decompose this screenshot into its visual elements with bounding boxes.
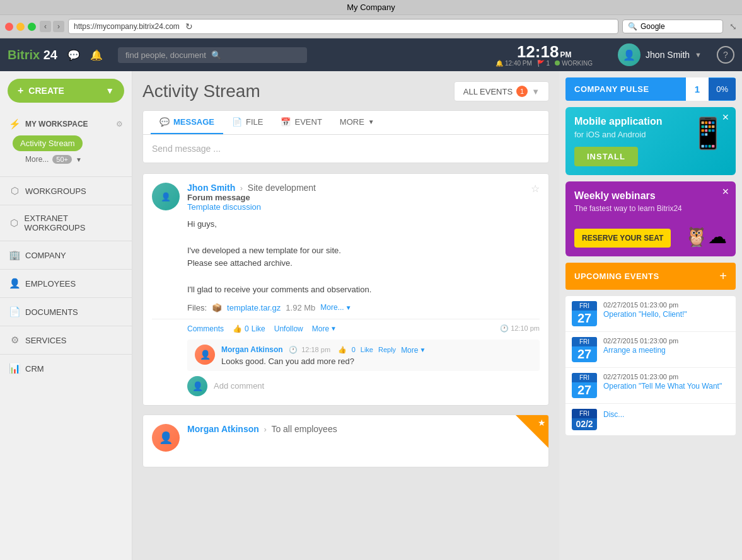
tab-more[interactable]: MORE ▼ — [331, 111, 383, 134]
post-1-meta: Jhon Smith › Site development Forum mess… — [187, 183, 316, 212]
more-arrow-icon: ▼ — [330, 325, 337, 332]
tab-file[interactable]: 📄 FILE — [223, 111, 272, 134]
sidebar-item-extranet[interactable]: ⬡ EXTRANET WORKGROUPS — [0, 209, 132, 237]
post-2-star[interactable]: ★ — [538, 418, 546, 428]
tab-message[interactable]: 💬 MESSAGE — [151, 111, 223, 134]
comment-1-like-button[interactable]: Like — [361, 346, 373, 355]
event-tab-icon: 📅 — [281, 117, 291, 127]
event-2-name[interactable]: Arrange a meeting — [603, 346, 729, 355]
post-2-header: 👤 Morgan Atkinson › To all employees — [152, 424, 540, 452]
post-composer: 💬 MESSAGE 📄 FILE 📅 EVENT MORE ▼ — [142, 110, 549, 163]
post-1-comments: 👤 Morgan Atkinson 🕐 12:18 pm 👍 — [152, 340, 540, 371]
event-2-day-num: 27 — [574, 348, 595, 360]
global-search-bar[interactable]: find people, document 🔍 — [118, 47, 307, 63]
post-1: 👤 Jhon Smith › Site development Forum me… — [142, 173, 549, 406]
post-1-unfollow-button[interactable]: Unfollow — [274, 324, 303, 333]
more-tab-label: MORE — [340, 117, 364, 127]
sidebar-item-services[interactable]: ⚙ SERVICES — [0, 330, 132, 350]
bell-icon[interactable]: 🔔 — [90, 49, 103, 61]
composer-tabs: 💬 MESSAGE 📄 FILE 📅 EVENT MORE ▼ — [143, 111, 548, 135]
event-3-date-box: FRI 27 — [572, 373, 597, 398]
sidebar-item-activity-stream[interactable]: Activity Stream — [13, 135, 83, 151]
close-dot[interactable] — [5, 23, 13, 31]
post-1-destination[interactable]: Site development — [248, 183, 316, 193]
sidebar-item-documents[interactable]: 📄 DOCUMENTS — [0, 302, 132, 322]
comment-1-author[interactable]: Morgan Atkinson — [221, 345, 283, 354]
search-icon: 🔍 — [628, 22, 637, 31]
sidebar-item-company[interactable]: 🏢 COMPANY — [0, 245, 132, 265]
browser-back-button[interactable]: ‹ — [40, 21, 51, 32]
extranet-icon: ⬡ — [9, 217, 20, 229]
post-1-discussion-link[interactable]: Template discussion — [187, 202, 261, 212]
post-1-comments-button[interactable]: Comments — [187, 324, 224, 333]
post-1-author[interactable]: Jhon Smith — [187, 183, 235, 193]
settings-icon[interactable]: ⚙ — [116, 120, 123, 129]
create-button[interactable]: + CREATE ▼ — [8, 79, 124, 103]
post-1-like-button[interactable]: 👍 0 Like — [233, 324, 265, 333]
minimize-dot[interactable] — [16, 23, 25, 31]
event-item-2: FRI 27 02/27/2015 01:23:00 pm Arrange a … — [565, 332, 736, 368]
post-1-type-label: Forum message — [187, 193, 250, 202]
sidebar-divider-3 — [0, 241, 132, 241]
comment-1-actions: 👍 0 Like Reply More ▼ — [338, 346, 426, 355]
event-3-day-num: 27 — [574, 384, 595, 396]
workspace-icon: ⚡ — [9, 118, 20, 130]
file-type-icon: 📦 — [212, 303, 222, 312]
chat-icon[interactable]: 💬 — [67, 49, 80, 61]
mobile-banner-close-button[interactable]: ✕ — [722, 112, 729, 122]
comment-more-arrow: ▼ — [419, 346, 426, 353]
sidebar-item-crm[interactable]: 📊 CRM — [0, 358, 132, 379]
user-menu[interactable]: 👤 Jhon Smith ▼ — [618, 43, 702, 66]
post-2-arrow: › — [264, 425, 266, 434]
browser-search-bar[interactable]: 🔍 Google — [622, 20, 723, 33]
search-placeholder: Google — [641, 22, 665, 31]
event-4-day-num: 02/2 — [574, 420, 595, 428]
url-bar[interactable]: https://mycompany.bitrix24.com ↻ — [68, 19, 618, 34]
sidebar-item-workgroups[interactable]: ⬡ WORKGROUPS — [0, 181, 132, 201]
pulse-percent: 0% — [709, 78, 736, 100]
pulse-count: 1 — [686, 77, 709, 101]
reserve-seat-button[interactable]: RESERVE YOUR SEAT — [574, 229, 671, 248]
file-tab-icon: 📄 — [232, 117, 242, 127]
event-tab-label: EVENT — [294, 117, 322, 127]
message-tab-icon: 💬 — [159, 117, 170, 127]
post-1-more-button[interactable]: More ▼ — [312, 324, 337, 333]
browser-back-forward: ‹ › — [40, 21, 64, 32]
event-1-name[interactable]: Operation "Hello, Client!" — [603, 310, 729, 319]
post-1-type: Forum message — [187, 193, 316, 202]
clock-ampm: PM — [560, 51, 571, 59]
event-4-name[interactable]: Disc... — [603, 410, 729, 419]
post-1-file-link[interactable]: template.tar.gz — [227, 303, 281, 312]
upcoming-events-add-button[interactable]: + — [719, 269, 727, 283]
comment-1-more-button[interactable]: More ▼ — [401, 346, 426, 355]
event-2-day-label: FRI — [572, 337, 597, 346]
help-button[interactable]: ? — [717, 46, 734, 64]
post-1-star-button[interactable]: ☆ — [531, 183, 540, 195]
composer-body[interactable]: Send message ... — [143, 135, 548, 163]
sidebar-item-employees[interactable]: 👤 EMPLOYEES — [0, 273, 132, 294]
all-events-button[interactable]: ALL EVENTS 1 ▼ — [454, 81, 549, 101]
browser-forward-button[interactable]: › — [53, 21, 64, 32]
post-2-author[interactable]: Morgan Atkinson — [187, 424, 259, 434]
my-workspace-section: ⚡ MY WORKSPACE ⚙ Activity Stream More...… — [0, 110, 132, 173]
comment-1: 👤 Morgan Atkinson 🕐 12:18 pm 👍 — [187, 340, 540, 371]
event-list: FRI 27 02/27/2015 01:23:00 pm Operation … — [565, 296, 736, 435]
event-1-info: 02/27/2015 01:23:00 pm Operation "Hello,… — [603, 301, 729, 319]
comments-label: Comments — [187, 324, 224, 333]
tab-event[interactable]: 📅 EVENT — [272, 111, 330, 134]
event-3-name[interactable]: Operation "Tell Me What You Want" — [603, 382, 729, 391]
webinar-banner-close-button[interactable]: ✕ — [722, 186, 729, 197]
search-icon: 🔍 — [211, 50, 221, 60]
comment-1-reply-button[interactable]: Reply — [378, 346, 396, 355]
message-tab-label: MESSAGE — [173, 117, 214, 127]
maximize-dot[interactable] — [28, 23, 36, 31]
add-comment-placeholder[interactable]: Add comment — [214, 381, 264, 391]
reload-button[interactable]: ↻ — [185, 21, 193, 31]
event-1-datetime: 02/27/2015 01:23:00 pm — [603, 301, 729, 309]
install-button[interactable]: INSTALL — [574, 147, 638, 166]
sidebar-more-items[interactable]: More... 50+ ▼ — [25, 154, 123, 165]
event-3-day-label: FRI — [572, 373, 597, 382]
sidebar-item-my-workspace[interactable]: ⚡ MY WORKSPACE ⚙ — [0, 114, 132, 134]
post-1-more-file-button[interactable]: More... ▼ — [320, 303, 351, 312]
event-3-datetime: 02/27/2015 01:23:00 pm — [603, 373, 729, 380]
